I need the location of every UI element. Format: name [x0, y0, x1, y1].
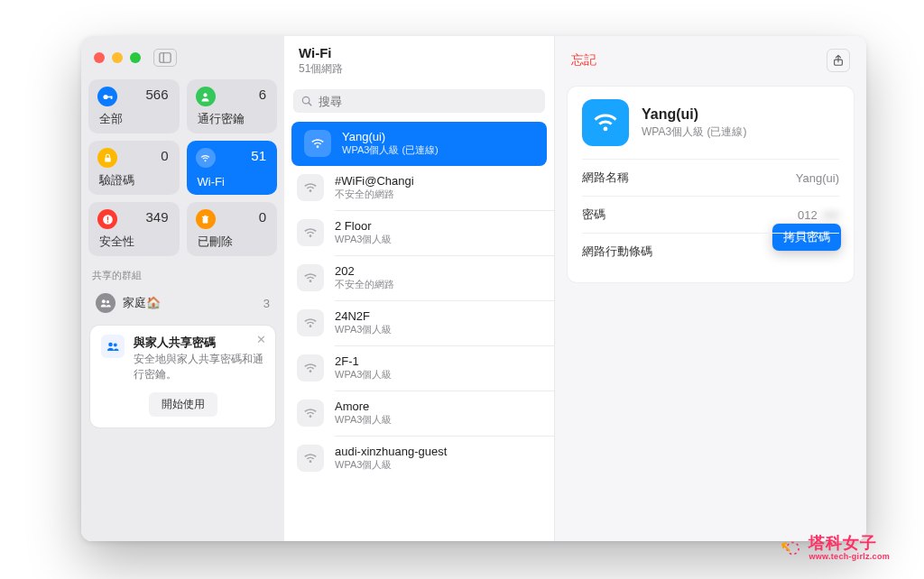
group-family[interactable]: 家庭🏠 3: [88, 288, 277, 318]
network-subtitle: WPA3個人級 (已連線): [342, 143, 439, 157]
network-name: 2 Floor: [335, 219, 392, 233]
sidebar-icon: [159, 51, 171, 64]
lock-icon: [97, 148, 117, 168]
network-subtitle: WPA3個人級: [335, 233, 392, 246]
sidebar: 566 全部 6 通行密鑰 0 驗證碼 51 Wi-Fi 349 安全性: [81, 36, 284, 541]
network-list[interactable]: Yang(ui)WPA3個人級 (已連線)#WiFi@Changi不安全的網路2…: [284, 122, 554, 541]
people-icon: [101, 335, 125, 358]
network-item[interactable]: 2 FloorWPA3個人級: [284, 211, 554, 255]
svg-point-16: [114, 344, 117, 347]
network-item[interactable]: 202不安全的網路: [284, 256, 554, 300]
tile-count: 349: [145, 209, 168, 225]
wifi-icon: [304, 130, 331, 157]
svg-rect-6: [105, 157, 111, 161]
tile-passkeys[interactable]: 6 通行密鑰: [187, 79, 278, 133]
tile-count: 566: [145, 87, 168, 102]
get-started-button[interactable]: 開始使用: [149, 392, 217, 417]
tile-security[interactable]: 349 安全性: [88, 202, 180, 256]
zoom-window-button[interactable]: [130, 52, 141, 63]
wifi-icon: [297, 354, 324, 381]
search-input[interactable]: [293, 89, 545, 113]
tile-deleted[interactable]: 0 已刪除: [187, 202, 278, 256]
share-icon: [832, 54, 845, 67]
svg-rect-8: [106, 216, 107, 220]
network-subtitle: WPA3個人級: [335, 458, 447, 472]
watermark: 塔科女子 www.tech-girlz.com: [780, 535, 890, 561]
wifi-icon: [297, 400, 324, 427]
network-subtitle: 不安全的網路: [335, 278, 394, 291]
network-item[interactable]: 2F-1WPA3個人級: [284, 346, 554, 391]
network-item[interactable]: AmoreWPA3個人級: [284, 391, 554, 436]
row-qr[interactable]: 網路行動條碼: [582, 233, 839, 270]
tile-label: Wi-Fi: [198, 175, 225, 188]
qr-label: 網路行動條碼: [582, 244, 652, 260]
wifi-icon: [196, 148, 216, 168]
row-password[interactable]: 密碼 012•••• 拷貝密碼: [582, 196, 839, 233]
detail-header: Yang(ui) WPA3個人級 (已連線): [582, 99, 839, 159]
network-item[interactable]: audi-xinzhuang-guestWPA3個人級: [284, 437, 554, 481]
search-icon: [300, 95, 313, 107]
network-subtitle: WPA3個人級: [335, 413, 392, 427]
svg-point-5: [203, 93, 207, 96]
network-list-pane: Wi-Fi 51個網路 Yang(ui)WPA3個人級 (已連線)#WiFi@C…: [284, 36, 555, 541]
network-subtitle: WPA3個人級: [335, 323, 392, 336]
wifi-icon: [297, 174, 324, 201]
network-name-value: Yang(ui): [796, 171, 839, 185]
tile-count: 6: [259, 87, 266, 102]
network-name: 202: [335, 264, 394, 278]
wifi-icon: [297, 445, 324, 472]
detail-card: Yang(ui) WPA3個人級 (已連線) 網路名稱 Yang(ui) 密碼 …: [568, 87, 854, 282]
minimize-window-button[interactable]: [112, 52, 123, 63]
tile-all[interactable]: 566 全部: [88, 79, 180, 133]
detail-subtitle: WPA3個人級 (已連線): [642, 124, 746, 140]
network-item[interactable]: #WiFi@Changi不安全的網路: [284, 166, 554, 210]
svg-line-18: [309, 103, 311, 106]
network-name: 2F-1: [335, 354, 392, 368]
wifi-icon: [297, 219, 324, 246]
close-icon[interactable]: ✕: [256, 333, 266, 346]
network-name: audi-xinzhuang-guest: [335, 445, 447, 458]
share-family-card: ✕ 與家人共享密碼 安全地與家人共享密碼和通行密鑰。 開始使用: [90, 326, 275, 427]
passwords-window: 566 全部 6 通行密鑰 0 驗證碼 51 Wi-Fi 349 安全性: [81, 36, 866, 541]
sidebar-toggle-button[interactable]: [153, 49, 177, 67]
network-subtitle: 不安全的網路: [335, 188, 414, 201]
svg-rect-12: [204, 215, 206, 216]
wifi-icon: [297, 309, 324, 336]
tile-count: 0: [161, 148, 168, 163]
list-header: Wi-Fi 51個網路: [284, 36, 554, 82]
svg-rect-11: [202, 216, 208, 216]
network-item[interactable]: 24N2FWPA3個人級: [284, 301, 554, 345]
detail-toolbar: 忘記: [555, 36, 866, 81]
list-subtitle: 51個網路: [299, 61, 540, 77]
detail-pane: 忘記 Yang(ui) WPA3個人級 (已連線) 網路名稱 Yang(ui) …: [555, 36, 866, 541]
wifi-icon: [297, 264, 324, 291]
password-value: 012••••: [798, 208, 839, 222]
row-network-name: 網路名稱 Yang(ui): [582, 159, 839, 196]
shared-groups-label: 共享的群組: [92, 269, 273, 282]
wifi-icon-large: [582, 99, 629, 146]
network-name: Amore: [335, 400, 392, 413]
trash-icon: [196, 209, 216, 229]
tile-wifi[interactable]: 51 Wi-Fi: [187, 141, 278, 195]
network-item[interactable]: Yang(ui)WPA3個人級 (已連線): [291, 122, 547, 166]
key-icon: [97, 87, 117, 106]
tile-count: 0: [259, 209, 266, 225]
tile-count: 51: [251, 148, 266, 163]
network-name: 24N2F: [335, 309, 392, 323]
group-label: 家庭🏠: [123, 295, 161, 311]
group-icon: [96, 293, 116, 313]
tile-codes[interactable]: 0 驗證碼: [88, 141, 180, 195]
category-tiles: 566 全部 6 通行密鑰 0 驗證碼 51 Wi-Fi 349 安全性: [88, 79, 277, 256]
tile-label: 全部: [99, 111, 123, 127]
search-wrap: [293, 89, 545, 113]
watermark-line2: www.tech-girlz.com: [808, 553, 890, 561]
share-button[interactable]: [827, 49, 850, 72]
forget-button[interactable]: 忘記: [571, 52, 596, 69]
svg-point-20: [788, 542, 799, 554]
detail-title: Yang(ui): [642, 106, 746, 123]
group-count: 3: [263, 297, 270, 310]
svg-rect-10: [203, 217, 208, 224]
titlebar: [88, 45, 277, 70]
close-window-button[interactable]: [94, 52, 105, 63]
tile-label: 驗證碼: [99, 172, 134, 188]
